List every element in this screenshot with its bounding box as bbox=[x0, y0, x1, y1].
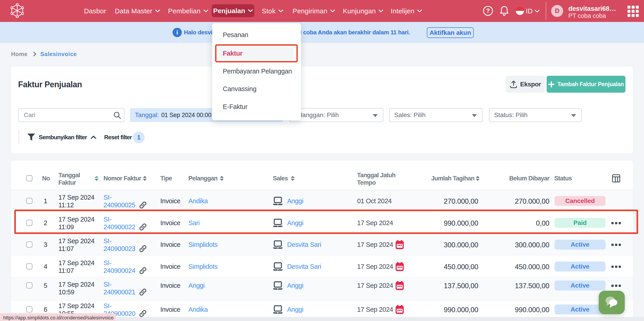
svg-text:?: ? bbox=[486, 7, 490, 14]
